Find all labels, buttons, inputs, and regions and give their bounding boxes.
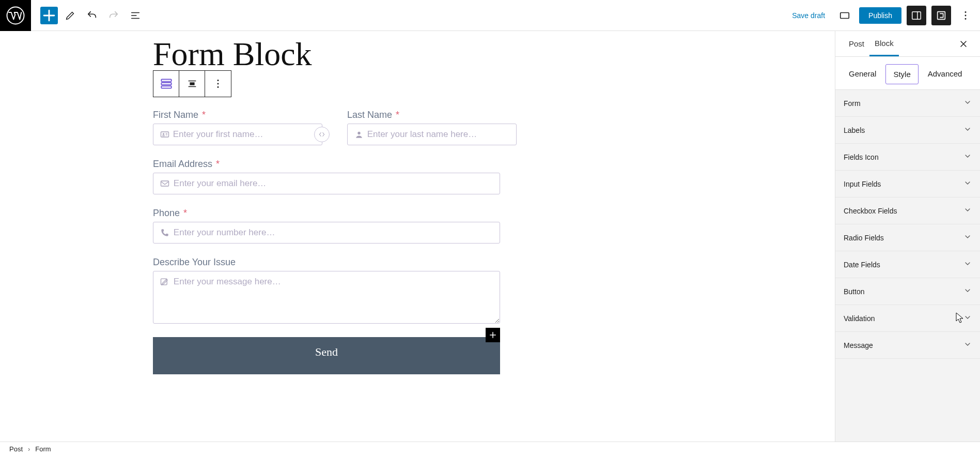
phone-icon	[160, 227, 174, 238]
phone-field-wrap[interactable]	[153, 222, 500, 244]
svg-rect-2	[912, 11, 921, 19]
settings-sidebar-toggle[interactable]	[907, 6, 926, 25]
chevron-down-icon	[963, 286, 972, 296]
svg-point-16	[163, 133, 164, 135]
panel-label: Fields Icon	[844, 153, 879, 161]
email-field-wrap[interactable]	[153, 173, 500, 194]
svg-point-12	[217, 80, 219, 81]
block-align-button[interactable]	[179, 71, 205, 97]
last-name-label: Last Name *	[347, 110, 517, 120]
first-name-label: First Name *	[153, 110, 322, 120]
first-name-input[interactable]	[173, 129, 316, 140]
panel-label: Input Fields	[844, 180, 881, 188]
tab-block[interactable]: Block	[869, 32, 899, 56]
undo-button[interactable]	[83, 6, 101, 25]
add-block-toggle[interactable]	[40, 7, 58, 24]
id-card-icon	[160, 129, 173, 140]
close-sidebar-button[interactable]	[955, 36, 972, 52]
subtab-advanced[interactable]: Advanced	[921, 64, 970, 84]
message-field-wrap[interactable]	[153, 271, 500, 324]
panel-radio-fields[interactable]: Radio Fields	[835, 224, 980, 251]
redo-button[interactable]	[104, 6, 123, 25]
page-title[interactable]: Form Block	[153, 35, 659, 73]
document-overview-button[interactable]	[126, 6, 145, 25]
chevron-down-icon	[963, 152, 972, 162]
svg-rect-9	[161, 83, 172, 85]
svg-point-0	[7, 7, 24, 24]
svg-rect-10	[161, 86, 172, 88]
panel-input-fields[interactable]: Input Fields	[835, 171, 980, 197]
tab-post[interactable]: Post	[844, 32, 869, 55]
panel-form[interactable]: Form	[835, 90, 980, 117]
block-toolbar	[153, 70, 231, 97]
panel-date-fields[interactable]: Date Fields	[835, 251, 980, 278]
svg-point-20	[357, 132, 360, 134]
canvas-wrapper: Form Block First Na	[0, 31, 835, 442]
panel-label: Form	[844, 99, 861, 108]
phone-label: Phone *	[153, 208, 500, 219]
user-icon	[354, 129, 367, 140]
editor-workspace: Form Block First Na	[0, 31, 980, 442]
panel-label: Checkbox Fields	[844, 207, 897, 215]
phone-input[interactable]	[174, 227, 493, 238]
preview-button[interactable]	[835, 6, 854, 25]
breadcrumb: Post › Form	[0, 442, 980, 456]
panel-label: Message	[844, 341, 873, 349]
canvas-scroll[interactable]: Form Block First Na	[0, 31, 835, 442]
svg-rect-15	[161, 132, 169, 137]
last-name-input[interactable]	[367, 129, 510, 140]
svg-rect-21	[161, 181, 169, 186]
svg-rect-4	[938, 11, 945, 19]
panel-fields-icon[interactable]: Fields Icon	[835, 144, 980, 171]
sidebar-panels[interactable]: FormLabelsFields IconInput FieldsCheckbo…	[835, 89, 980, 442]
sidebar-tabs: Post Block	[835, 31, 980, 57]
more-options-button[interactable]	[956, 6, 975, 25]
save-draft-button[interactable]: Save draft	[787, 8, 830, 23]
chevron-down-icon	[963, 260, 972, 269]
panel-validation[interactable]: Validation	[835, 305, 980, 332]
submit-button[interactable]: Send	[153, 337, 500, 374]
svg-point-7	[965, 18, 967, 19]
email-label: Email Address *	[153, 159, 500, 170]
wordpress-logo[interactable]	[0, 0, 31, 31]
breadcrumb-form[interactable]: Form	[35, 445, 51, 453]
panel-labels[interactable]: Labels	[835, 117, 980, 144]
block-type-icon[interactable]	[153, 71, 179, 97]
chevron-down-icon	[963, 179, 972, 189]
svg-rect-8	[161, 79, 172, 81]
insert-block-button[interactable]	[486, 328, 500, 342]
toolbar-right-group: Save draft Publish	[787, 6, 980, 25]
chevron-right-icon: ›	[28, 445, 30, 453]
toolbar-left-group	[40, 6, 145, 25]
plugin-sidebar-toggle[interactable]	[931, 6, 951, 25]
edit-mode-button[interactable]	[61, 6, 80, 25]
panel-checkbox-fields[interactable]: Checkbox Fields	[835, 197, 980, 224]
svg-rect-11	[190, 82, 194, 85]
breadcrumb-post[interactable]: Post	[9, 445, 23, 453]
first-name-field-wrap[interactable]	[153, 124, 322, 145]
last-name-field-wrap[interactable]	[347, 124, 517, 145]
chevron-down-icon	[963, 233, 972, 242]
subtab-style[interactable]: Style	[885, 64, 918, 84]
svg-point-5	[965, 11, 967, 13]
subtab-general[interactable]: General	[842, 64, 883, 84]
panel-message[interactable]: Message	[835, 332, 980, 359]
block-more-button[interactable]	[205, 71, 231, 97]
panel-button[interactable]: Button	[835, 278, 980, 305]
chevron-down-icon	[963, 98, 972, 108]
message-textarea[interactable]	[174, 277, 493, 318]
chevron-down-icon	[963, 340, 972, 350]
message-label: Describe Your Issue	[153, 257, 500, 268]
svg-rect-1	[841, 12, 849, 18]
form-block[interactable]: First Name * Last Name *	[153, 110, 659, 374]
svg-point-6	[965, 14, 967, 16]
submit-block: Send	[153, 337, 500, 374]
publish-button[interactable]: Publish	[859, 7, 901, 24]
email-input[interactable]	[174, 178, 493, 189]
envelope-icon	[160, 178, 174, 189]
sidebar-subtabs: General Style Advanced	[835, 57, 980, 89]
settings-sidebar: Post Block General Style Advanced FormLa…	[835, 31, 980, 442]
panel-label: Button	[844, 287, 864, 296]
chevron-down-icon	[963, 125, 972, 135]
column-resize-handle[interactable]	[314, 127, 330, 142]
